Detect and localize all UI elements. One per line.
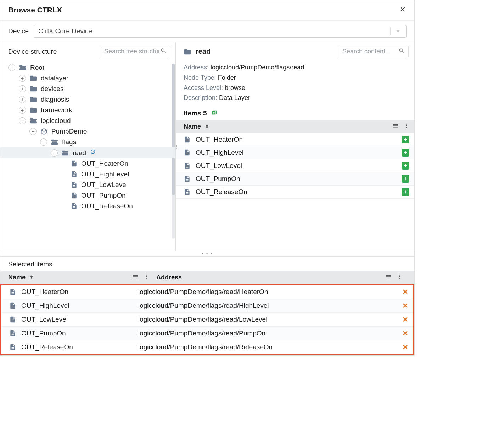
selected-address: logiccloud/PumpDemo/flags/read/LowLevel (138, 316, 397, 323)
meta-val-desc: Data Layer (219, 94, 250, 101)
column-menu-icon[interactable] (392, 123, 399, 131)
tree-search[interactable] (100, 46, 170, 57)
remove-item-button[interactable]: ✕ (402, 288, 408, 296)
folder-icon (29, 96, 37, 103)
tree[interactable]: Root datalayerdevicesdiagnosisframework … (0, 61, 175, 251)
file-icon (184, 149, 191, 156)
add-all-button[interactable] (211, 110, 218, 117)
selected-row[interactable]: OUT_ReleaseOnlogiccloud/PumpDemo/flags/r… (1, 340, 413, 354)
browse-dialog: Browse CTRLX Device CtrlX Core Device De… (0, 0, 415, 356)
remove-item-button[interactable]: ✕ (402, 329, 408, 338)
add-item-button[interactable]: + (402, 149, 409, 157)
tree-toggle[interactable] (8, 64, 15, 71)
selected-title: Selected items (0, 257, 414, 271)
tree-node[interactable]: diagnosis (0, 94, 175, 105)
tree-search-input[interactable] (103, 47, 160, 56)
tree-node-logiccloud[interactable]: logiccloud (0, 115, 175, 126)
column-options-icon[interactable] (397, 274, 402, 281)
column-menu-icon[interactable] (385, 273, 392, 282)
tree-label: Root (30, 64, 44, 72)
sort-asc-icon[interactable] (205, 123, 209, 130)
refresh-icon[interactable] (90, 149, 96, 157)
items-count-label: Items 5 (184, 109, 207, 117)
content-search[interactable] (338, 46, 409, 57)
tree-leaf[interactable]: OUT_ReleaseOn (0, 201, 175, 211)
close-button[interactable] (399, 5, 407, 15)
tree-node-root[interactable]: Root (0, 62, 175, 73)
selected-rows-highlight: OUT_HeaterOnlogiccloud/PumpDemo/flags/re… (0, 284, 414, 355)
tree-label: read (73, 149, 86, 157)
tree-pane: Device structure Root (0, 42, 176, 251)
dialog-title: Browse CTRLX (8, 6, 62, 14)
add-item-button[interactable]: + (402, 136, 409, 143)
col-name-label[interactable]: Name (184, 123, 201, 130)
vertical-split-handle[interactable]: ⋮ (174, 144, 178, 149)
tree-toggle[interactable] (19, 75, 26, 82)
add-item-button[interactable]: + (402, 162, 409, 170)
selected-row[interactable]: OUT_PumpOnlogiccloud/PumpDemo/flags/read… (1, 327, 413, 340)
selected-name-label: OUT_ReleaseOn (21, 343, 73, 351)
tree-toggle[interactable] (19, 96, 26, 103)
tree-leaf[interactable]: OUT_LowLevel (0, 180, 175, 190)
folder-icon (184, 48, 191, 56)
column-options-icon[interactable] (404, 123, 409, 130)
tree-leaf[interactable]: OUT_HighLevel (0, 169, 175, 180)
tree-node-flags[interactable]: flags (0, 137, 175, 147)
sel-col-addr-label[interactable]: Address (156, 274, 182, 281)
remove-item-button[interactable]: ✕ (402, 301, 408, 310)
tree-node[interactable]: devices (0, 84, 175, 94)
tree-node[interactable]: framework (0, 105, 175, 115)
meta-val-nodetype: Folder (218, 74, 236, 81)
file-icon (184, 162, 191, 169)
tree-label: framework (41, 106, 72, 114)
tree-toggle[interactable] (19, 117, 26, 124)
chevron-down-icon (394, 27, 402, 35)
tree-node[interactable]: datalayer (0, 73, 175, 84)
file-icon (71, 192, 78, 199)
remove-item-button[interactable]: ✕ (402, 315, 408, 324)
file-icon (9, 344, 16, 351)
item-name-label: OUT_PumpOn (196, 175, 240, 183)
selected-row[interactable]: OUT_LowLevellogiccloud/PumpDemo/flags/re… (1, 313, 413, 327)
folder-icon (29, 106, 37, 114)
item-row[interactable]: OUT_ReleaseOn+ (176, 186, 414, 199)
tree-leaf[interactable]: OUT_HeaterOn (0, 158, 175, 169)
tree-leaf[interactable]: OUT_PumpOn (0, 190, 175, 201)
column-options-icon[interactable] (144, 274, 149, 281)
tree-toggle[interactable] (29, 128, 37, 135)
tree-toggle[interactable] (19, 85, 26, 92)
tree-pane-title: Device structure (8, 48, 57, 56)
item-name-label: OUT_HeaterOn (196, 136, 243, 143)
meta-val-access: browse (225, 84, 245, 91)
selected-name-label: OUT_HeaterOn (21, 288, 68, 296)
add-item-button[interactable]: + (402, 175, 409, 183)
device-select[interactable]: CtrlX Core Device (34, 25, 407, 38)
item-row[interactable]: OUT_HeaterOn+ (176, 133, 414, 146)
item-row[interactable]: OUT_PumpOn+ (176, 172, 414, 186)
search-icon (160, 47, 167, 56)
sel-col-name-label[interactable]: Name (8, 274, 26, 281)
tree-node-pumpdemo[interactable]: PumpDemo (0, 126, 175, 137)
folder-icon (29, 85, 37, 93)
column-menu-icon[interactable] (132, 273, 139, 282)
selected-row[interactable]: OUT_HighLevellogiccloud/PumpDemo/flags/r… (1, 299, 413, 313)
device-select-value: CtrlX Core Device (38, 27, 92, 35)
item-name-label: OUT_HighLevel (196, 149, 243, 157)
selected-row[interactable]: OUT_HeaterOnlogiccloud/PumpDemo/flags/re… (1, 285, 413, 299)
tree-toggle[interactable] (40, 138, 47, 146)
remove-item-button[interactable]: ✕ (402, 343, 408, 351)
detail-title-text: read (196, 47, 211, 56)
sort-asc-icon[interactable] (29, 274, 34, 281)
item-row[interactable]: OUT_HighLevel+ (176, 146, 414, 159)
content-search-input[interactable] (342, 47, 398, 56)
tree-toggle[interactable] (51, 149, 58, 157)
detail-pane: read Address: logiccloud/PumpDemo/flags/… (176, 42, 414, 251)
selected-name-label: OUT_HighLevel (21, 302, 69, 310)
horizontal-split-handle[interactable]: • • • (0, 251, 414, 256)
add-item-button[interactable]: + (402, 188, 409, 196)
item-name-label: OUT_LowLevel (196, 162, 242, 170)
tree-node-read[interactable]: read (0, 147, 175, 158)
item-row[interactable]: OUT_LowLevel+ (176, 159, 414, 172)
tree-label: logiccloud (41, 117, 71, 125)
tree-toggle[interactable] (19, 107, 26, 114)
